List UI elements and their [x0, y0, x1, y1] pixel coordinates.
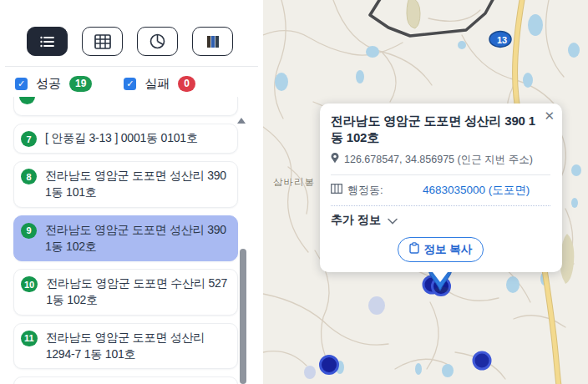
table-icon — [94, 34, 111, 49]
close-icon[interactable]: ✕ — [544, 109, 555, 122]
list-item[interactable]: 11 전라남도 영암군 도포면 성산리 1294-7 1동 101호 — [13, 323, 238, 370]
fail-count-badge: 0 — [178, 76, 195, 92]
success-checkbox[interactable]: ✓ — [15, 78, 28, 90]
pie-chart-icon — [150, 33, 165, 49]
success-filter-label: 성공 — [36, 76, 61, 92]
item-number-badge: 7 — [21, 131, 37, 147]
scrollbar-thumb[interactable] — [240, 249, 246, 384]
item-address-text: 전라남도 영암군 도포면 수산리 527 1동 102호 — [46, 275, 229, 309]
copy-info-button[interactable]: 정보 복사 — [398, 237, 484, 262]
item-number-badge: 9 — [21, 223, 37, 239]
item-number-badge: 11 — [21, 331, 38, 346]
popup-address-title: 전라남도 영암군 도포면 성산리 390 1동 102호 — [331, 113, 550, 147]
map-view-button[interactable] — [192, 27, 233, 56]
success-count-badge: 19 — [69, 76, 92, 92]
list-item[interactable]: 8 전라남도 영암군 도포면 성산리 390 1동 101호 — [13, 161, 238, 208]
clipboard-icon — [409, 242, 419, 256]
route-shield-number: 13 — [497, 35, 507, 45]
item-address-text: [ 안풍길 3-13 ] 0001동 0101호 — [45, 129, 198, 146]
view-toolbar — [0, 0, 263, 56]
result-filters: ✓ 성공 19 ✓ 실패 0 — [0, 67, 263, 92]
fail-checkbox[interactable]: ✓ — [124, 78, 136, 90]
popup-tail — [433, 272, 448, 282]
list-view-button[interactable] — [27, 27, 68, 56]
item-address-text: 전라남도 영암군 도포면 성산리 390 1동 101호 — [45, 167, 229, 201]
admin-map-icon — [331, 184, 342, 196]
more-info-label: 추가 정보 — [331, 213, 381, 228]
map-label-sambaribong: 삼바리봉 — [273, 176, 315, 189]
list-item-partial[interactable] — [13, 97, 238, 116]
list-item-selected[interactable]: 9 전라남도 영암군 도포면 성산리 390 1동 102호 — [13, 215, 238, 262]
copy-info-label: 정보 복사 — [424, 242, 473, 257]
address-list: 7 [ 안풍길 3-13 ] 0001동 0101호 8 전라남도 영암군 도포… — [13, 97, 238, 384]
admin-district-link[interactable]: 4683035000 (도포면) — [423, 183, 530, 198]
sidebar: ✓ 성공 19 ✓ 실패 0 7 [ 안풍길 3-13 ] 0001동 0101… — [0, 0, 263, 384]
coordinates-row: 126.678547, 34.856975 (인근 지번 주소) — [331, 153, 550, 167]
admin-district-label: 행정동: — [347, 183, 383, 198]
location-pin-icon — [331, 153, 339, 166]
chevron-down-icon — [388, 214, 398, 227]
admin-district-row: 행정동: 4683035000 (도포면) — [331, 183, 550, 198]
fail-filter-label: 실패 — [144, 76, 170, 92]
popup-divider — [331, 174, 550, 175]
list-icon — [39, 34, 56, 49]
chart-view-button[interactable] — [137, 27, 178, 56]
popup-dotted-divider — [331, 205, 550, 206]
list-item[interactable]: 10 전라남도 영암군 도포면 수산리 527 1동 102호 — [13, 269, 238, 316]
item-number-badge: 8 — [21, 169, 37, 184]
item-address-text: 전라남도 영암군 도포면 성산리 390 1동 102호 — [45, 221, 229, 255]
item-address-text: 전라남도 영암군 도포면 성산리 1294-7 1동 101호 — [46, 329, 229, 363]
columns-icon — [205, 34, 220, 49]
list-item[interactable]: 12 전라남도 영암군 도포면 수산리 1-22 1동 101호 — [13, 376, 238, 384]
more-info-toggle[interactable]: 추가 정보 — [331, 213, 550, 228]
table-view-button[interactable] — [82, 27, 123, 56]
list-item[interactable]: 7 [ 안풍길 3-13 ] 0001동 0101호 — [13, 124, 238, 154]
map-canvas[interactable]: 13 삼바리봉 방화봉 ✕ 전라남도 영암군 도포면 성산리 390 1동 10… — [263, 0, 588, 384]
coordinates-text: 126.678547, 34.856975 (인근 지번 주소) — [344, 153, 533, 167]
item-number-badge: 10 — [21, 276, 38, 292]
item-number-badge — [19, 97, 35, 104]
geocoding-app: ✓ 성공 19 ✓ 실패 0 7 [ 안풍길 3-13 ] 0001동 0101… — [0, 0, 588, 384]
scrollbar-up-arrow[interactable] — [237, 118, 246, 124]
location-info-popup: ✕ 전라남도 영암군 도포면 성산리 390 1동 102호 126.67854… — [320, 104, 562, 272]
